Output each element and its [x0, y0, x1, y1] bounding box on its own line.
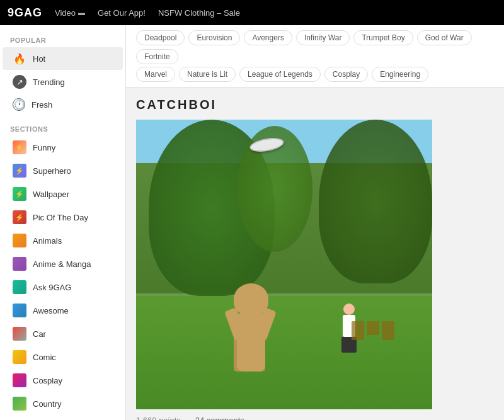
sidebar-awesome-label: Awesome	[33, 306, 69, 315]
sections-label: SECTIONS	[0, 120, 125, 135]
tag-fortnite[interactable]: Fortnite	[136, 49, 178, 64]
tag-trumpet-boy[interactable]: Trumpet Boy	[353, 30, 413, 45]
sidebar-item-fresh[interactable]: 🕐 Fresh	[3, 94, 123, 115]
sidebar-item-classical[interactable]: Classical Art Memes	[3, 416, 123, 420]
tag-engineering[interactable]: Engineering	[372, 67, 428, 82]
video-label: Video	[55, 8, 76, 18]
tag-league-of-legends[interactable]: League of Legends	[239, 67, 321, 82]
tag-row-2: Marvel Nature is Lit League of Legends C…	[136, 67, 494, 82]
post-comments[interactable]: 24 comments	[195, 416, 244, 420]
tree-right	[319, 120, 432, 283]
meta-dot: ·	[186, 416, 189, 420]
logo[interactable]: 9GAG	[8, 6, 42, 20]
sidebar-item-country[interactable]: Country	[3, 392, 123, 415]
tag-avengers[interactable]: Avengers	[244, 30, 292, 45]
awesome-thumb	[13, 304, 26, 317]
layout: POPULAR 🔥 Hot ↗ Trending 🕐 Fresh SECTION…	[0, 25, 504, 420]
tag-nature[interactable]: Nature is Lit	[179, 67, 236, 82]
sidebar-item-superhero[interactable]: ⚡ Superhero	[3, 159, 123, 182]
sidebar-item-wallpaper[interactable]: ⚡ Wallpaper	[3, 183, 123, 205]
post-meta: 1,660 points · 24 comments	[136, 416, 494, 420]
tag-deadpool[interactable]: Deadpool	[136, 30, 185, 45]
dog	[224, 246, 275, 372]
sidebar-picofday-label: Pic Of The Day	[33, 213, 88, 222]
post-area: CATCHBOI	[126, 88, 504, 420]
hot-icon: 🔥	[13, 52, 26, 65]
ground	[136, 296, 432, 409]
post-title: CATCHBOI	[136, 98, 494, 112]
main-content: Deadpool Eurovision Avengers Infinity Wa…	[126, 25, 504, 420]
sidebar-item-comic[interactable]: Comic	[3, 346, 123, 368]
sidebar-item-hot-label: Hot	[33, 54, 45, 64]
tag-cosplay[interactable]: Cosplay	[324, 67, 368, 82]
trending-icon: ↗	[13, 75, 26, 89]
wallpaper-thumb: ⚡	[13, 187, 26, 201]
video-link[interactable]: Video ▬	[55, 8, 85, 18]
tag-row-1: Deadpool Eurovision Avengers Infinity Wa…	[136, 30, 494, 64]
tag-bar: Deadpool Eurovision Avengers Infinity Wa…	[126, 25, 504, 88]
picofday-thumb: ⚡	[13, 210, 26, 224]
sidebar-funny-label: Funny	[33, 143, 55, 152]
scene	[136, 120, 432, 409]
sidebar-cosplay-label: Cosplay	[33, 376, 62, 385]
top-nav: 9GAG Video ▬ Get Our App! NSFW Clothing …	[0, 0, 504, 25]
comic-thumb	[13, 350, 26, 364]
video-icon-shape: ▬	[78, 9, 85, 16]
sidebar-superhero-label: Superhero	[33, 166, 71, 176]
tag-marvel[interactable]: Marvel	[136, 67, 175, 82]
nsfw-link[interactable]: NSFW Clothing – Sale	[158, 8, 240, 18]
car-thumb	[13, 327, 26, 341]
sidebar-item-ask[interactable]: Ask 9GAG	[3, 276, 123, 298]
sidebar-item-trending[interactable]: ↗ Trending	[3, 71, 123, 93]
superhero-thumb: ⚡	[13, 164, 26, 178]
dog-head	[234, 283, 268, 315]
sidebar-item-cosplay[interactable]: Cosplay	[3, 369, 123, 392]
sidebar-item-hot[interactable]: 🔥 Hot	[3, 47, 123, 70]
sidebar-item-awesome[interactable]: Awesome	[3, 299, 123, 322]
chair-2	[367, 321, 379, 335]
funny-thumb: ⚡	[13, 140, 26, 154]
ask-thumb	[13, 280, 26, 294]
cosplay-thumb	[13, 373, 26, 387]
tag-infinity-war[interactable]: Infinity War	[296, 30, 350, 45]
fresh-icon: 🕐	[13, 98, 25, 111]
sidebar-country-label: Country	[33, 399, 62, 409]
anime-thumb	[13, 257, 26, 271]
sidebar-car-label: Car	[33, 329, 46, 339]
post-points: 1,660 points	[136, 416, 181, 420]
chair-1	[352, 321, 364, 340]
tag-eurovision[interactable]: Eurovision	[188, 30, 240, 45]
sidebar-item-picofday[interactable]: ⚡ Pic Of The Day	[3, 206, 123, 229]
sidebar-item-anime[interactable]: Anime & Manga	[3, 253, 123, 275]
person-head	[343, 304, 355, 315]
sidebar-wallpaper-label: Wallpaper	[33, 190, 69, 199]
sidebar-item-animals[interactable]: Animals	[3, 229, 123, 252]
sidebar-item-fresh-label: Fresh	[32, 100, 52, 110]
country-thumb	[13, 397, 26, 411]
chair-3	[382, 321, 394, 340]
popular-label: POPULAR	[0, 31, 125, 47]
sidebar-ask-label: Ask 9GAG	[33, 283, 71, 292]
app-link[interactable]: Get Our App!	[98, 8, 146, 18]
sidebar-item-trending-label: Trending	[33, 77, 65, 87]
animals-thumb	[13, 234, 26, 247]
sidebar-item-funny[interactable]: ⚡ Funny	[3, 136, 123, 159]
post-image[interactable]	[136, 120, 432, 409]
sidebar-animals-label: Animals	[33, 236, 62, 246]
sidebar-item-car[interactable]: Car	[3, 322, 123, 345]
tag-god-of-war[interactable]: God of War	[417, 30, 472, 45]
background-furniture	[352, 321, 394, 340]
sidebar-comic-label: Comic	[33, 353, 56, 362]
sidebar: POPULAR 🔥 Hot ↗ Trending 🕐 Fresh SECTION…	[0, 25, 126, 420]
sidebar-anime-label: Anime & Manga	[33, 259, 91, 269]
